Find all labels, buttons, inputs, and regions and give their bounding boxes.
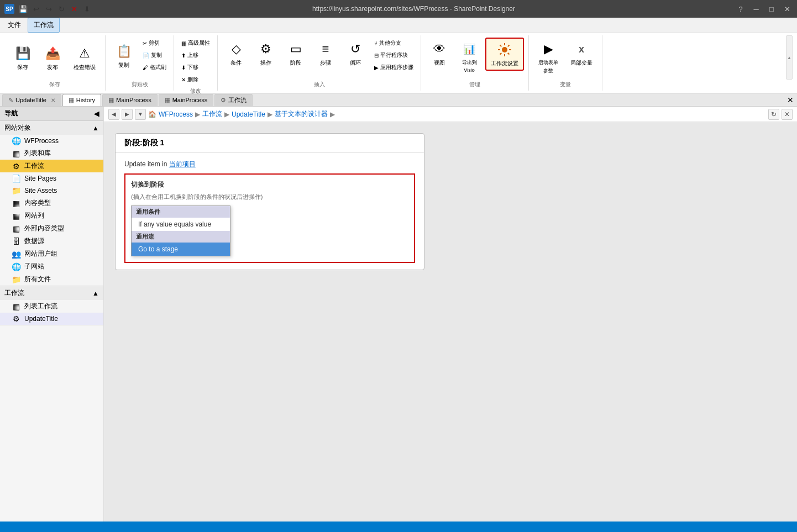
sidebar-item-allfiles[interactable]: 📁 所有文件 (0, 273, 103, 286)
parallel-block-button[interactable]: ⊟ 平行程序块 (371, 50, 416, 61)
menu-workflow[interactable]: 工作流 (28, 18, 60, 33)
maximize-btn[interactable]: □ (766, 3, 777, 14)
start-form-params-button[interactable]: ▶ 启动表单 参数 (533, 38, 563, 77)
view-button[interactable]: 👁 视图 (426, 38, 453, 70)
sidebar-item-externalcontenttypes[interactable]: ▦ 外部内容类型 (0, 222, 103, 235)
workflow-icon: ⚙ (11, 162, 21, 171)
save-quickbtn[interactable]: 💾 (18, 3, 29, 14)
dropdown-btn[interactable]: ⬇ (81, 3, 92, 14)
action-button[interactable]: ⚙ 操作 (252, 38, 280, 70)
redo-btn[interactable]: ↪ (43, 3, 54, 14)
sidebar-item-siteassets[interactable]: 📁 Site Assets (0, 185, 103, 197)
window-controls: ? ─ □ ✕ (735, 3, 793, 14)
other-branch-button[interactable]: ⑂ 其他分支 (371, 38, 416, 49)
sidebar-collapse-btn[interactable]: ◀ (94, 110, 99, 118)
workflow-label: 工作流 (24, 161, 44, 171)
export-visio-button[interactable]: 📊 导出到 Visio (455, 38, 483, 76)
app-step-icon: ▶ (374, 65, 379, 71)
forward-button[interactable]: ▶ (122, 109, 133, 120)
close-tab-area-btn[interactable]: ✕ (784, 96, 797, 104)
check-errors-button[interactable]: ⚠ 检查错误 (69, 42, 101, 74)
refresh-btn[interactable]: ↻ (56, 3, 67, 14)
undo-btn[interactable]: ↩ (30, 3, 41, 14)
sitepages-label: Site Pages (24, 175, 56, 182)
advanced-props-button[interactable]: ▦ 高级属性 (179, 38, 213, 49)
manage-group-label: 管理 (469, 78, 480, 88)
doc-tab-workflow[interactable]: ⚙ 工作流 (214, 94, 253, 106)
sidebar-item-updatetitle[interactable]: ⚙ UpdateTitle (0, 313, 103, 325)
save-group-label: 保存 (49, 78, 60, 88)
delete-button[interactable]: ✕ 删除 (179, 74, 213, 85)
updatetitle-icon: ⚙ (11, 314, 21, 323)
sidebar-item-lists[interactable]: ▦ 列表和库 (0, 147, 103, 160)
paste-button[interactable]: 📋 复制 (110, 38, 138, 76)
ribbon-collapse-button[interactable]: ▲ (786, 35, 793, 80)
sidebar-item-wfprocess[interactable]: 🌐 WFProcess (0, 135, 103, 147)
breadcrumb-close-btn[interactable]: ✕ (782, 109, 793, 120)
workflow-settings-button[interactable]: 工作流设置 (485, 38, 524, 71)
dropdown-item-ifvalue[interactable]: If any value equals value (132, 218, 230, 231)
subsites-label: 子网站 (24, 262, 44, 271)
condition-button[interactable]: ◇ 条件 (222, 38, 250, 70)
help-icon[interactable]: ? (735, 3, 746, 14)
subsites-icon: 🌐 (11, 262, 21, 271)
clipboard-buttons: 📋 复制 ✂ 剪切 📄 复制 🖌 格式刷 (110, 38, 169, 78)
action-link[interactable]: 当前项目 (169, 160, 196, 168)
minimize-btn[interactable]: ─ (751, 3, 762, 14)
variable-buttons: ▶ 启动表单 参数 x 局部变量 (533, 38, 597, 78)
cut-button[interactable]: ✂ 剪切 (140, 38, 169, 49)
sidebar-item-datasources[interactable]: 🗄 数据源 (0, 235, 103, 247)
sidebar-item-sitegroups[interactable]: 👥 网站用户组 (0, 247, 103, 260)
menu-bar: 文件 工作流 (0, 18, 797, 33)
doc-tab-mainprocess2[interactable]: ▦ MainProcess (159, 94, 214, 106)
sidebar-item-sitecols[interactable]: ▦ 网站列 (0, 209, 103, 222)
lists-icon: ▦ (11, 149, 21, 158)
step-button[interactable]: ≡ 步骤 (312, 38, 339, 70)
doc-tab-mainprocess1[interactable]: ▦ MainProcess (102, 94, 158, 106)
stop-btn[interactable]: ✕ (69, 3, 80, 14)
copy-button[interactable]: 📄 复制 (140, 50, 169, 61)
publish-button[interactable]: 📤 发布 (39, 42, 66, 74)
close-btn[interactable]: ✕ (782, 3, 793, 14)
lists-label: 列表和库 (24, 149, 51, 158)
breadcrumb-updatetitle[interactable]: UpdateTitle (232, 110, 265, 118)
allfiles-label: 所有文件 (24, 275, 51, 284)
doc-tab-history[interactable]: ▦ History (62, 94, 101, 106)
sidebar-section-workflow-header[interactable]: 工作流 ▲ (0, 286, 103, 300)
externalcontenttypes-icon: ▦ (11, 224, 21, 233)
stage-button[interactable]: ▭ 阶段 (282, 38, 310, 70)
sidebar-item-sitepages[interactable]: 📄 Site Pages (0, 172, 103, 185)
sidebar-item-subsites[interactable]: 🌐 子网站 (0, 260, 103, 273)
loop-icon: ↺ (347, 40, 364, 58)
modify-btns: ▦ 高级属性 ⬆ 上移 ⬇ 下移 ✕ 删除 (179, 38, 213, 85)
breadcrumb-workflow[interactable]: 工作流 (202, 109, 222, 119)
breadcrumb-refresh-btn[interactable]: ↻ (768, 109, 779, 120)
doc-tab-updatetitle[interactable]: ✎ UpdateTitle ✕ (2, 94, 61, 106)
wfprocess-icon: 🌐 (11, 136, 21, 145)
back-button[interactable]: ◀ (108, 109, 119, 120)
breadcrumb-bar: ◀ ▶ ▼ 🏠 WFProcess ▶ 工作流 ▶ UpdateTitle ▶ … (104, 107, 797, 122)
dropdown-section-conditions: 通用条件 (132, 206, 230, 218)
status-bar (0, 522, 797, 532)
stage-action: Update item in 当前项目 (124, 160, 415, 169)
sidebar-item-listworkflow[interactable]: ▦ 列表工作流 (0, 300, 103, 313)
local-variables-button[interactable]: x 局部变量 (565, 38, 597, 70)
paste-icon: 📋 (115, 43, 133, 60)
sidebar-section-site-objects-header[interactable]: 网站对象 ▲ (0, 121, 103, 135)
app-step-button[interactable]: ▶ 应用程序步骤 (371, 62, 416, 73)
loop-button[interactable]: ↺ 循环 (342, 38, 369, 70)
format-painter-button[interactable]: 🖌 格式刷 (140, 62, 169, 73)
dropdown-nav-button[interactable]: ▼ (135, 109, 146, 120)
save-button[interactable]: 💾 保存 (9, 42, 36, 74)
move-up-button[interactable]: ⬆ 上移 (179, 50, 213, 61)
sidebar-item-workflow[interactable]: ⚙ 工作流 (0, 160, 103, 172)
menu-file[interactable]: 文件 (2, 18, 27, 32)
dropdown-item-gotostage[interactable]: Go to a stage (132, 243, 230, 256)
tab-mainprocess1-icon: ▦ (108, 97, 114, 104)
breadcrumb-wfprocess[interactable]: WFProcess (159, 110, 193, 118)
clipboard-small-btns: ✂ 剪切 📄 复制 🖌 格式刷 (140, 38, 169, 73)
move-down-button[interactable]: ⬇ 下移 (179, 62, 213, 73)
tab-updatetitle-close[interactable]: ✕ (51, 97, 55, 103)
breadcrumb-designer[interactable]: 基于文本的设计器 (275, 109, 328, 119)
sidebar-item-contenttypes[interactable]: ▦ 内容类型 (0, 197, 103, 209)
